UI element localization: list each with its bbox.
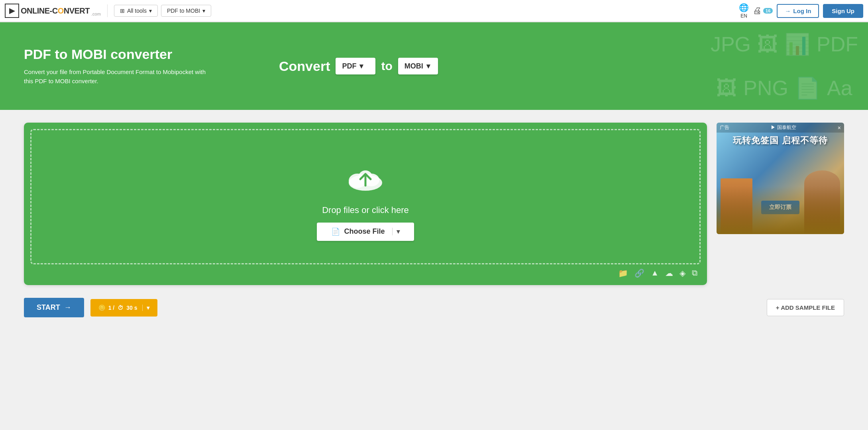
start-label: START — [37, 303, 60, 312]
nav-right: 🌐 EN 🖨 16 → Log In Sign Up — [739, 3, 863, 19]
history-icon: 🖨 — [753, 6, 762, 16]
hero-right: Convert PDF ▾ to MOBI ▾ — [279, 58, 438, 74]
hero-description: Convert your file from Portable Document… — [24, 68, 215, 86]
drop-files-text: Drop files or click here — [322, 205, 409, 215]
upload-cloud-icon — [346, 161, 385, 198]
breadcrumb-label: PDF to MOBI — [167, 8, 200, 14]
to-format-select[interactable]: MOBI ▾ — [398, 58, 438, 74]
copy-icon[interactable]: ⧉ — [692, 268, 697, 278]
chevron-down-icon: ▾ — [392, 228, 400, 235]
globe-icon: 🌐 — [739, 3, 749, 12]
ad-headline: 玩转免签国 启程不等待 — [717, 135, 844, 147]
hero-banner: PDF to MOBI converter Convert your file … — [0, 22, 868, 110]
chevron-down-icon: ▾ — [142, 305, 149, 311]
upload-source-icons: 📁 🔗 ▲ ☁ ◈ ⧉ — [30, 264, 701, 279]
page-title: PDF to MOBI converter — [24, 47, 263, 62]
ad-label: 广告 — [720, 124, 729, 131]
add-sample-label: + ADD SAMPLE FILE — [776, 304, 835, 311]
logo-text: ONLINE-CONVERT — [21, 6, 90, 16]
dropbox-icon[interactable]: ◈ — [679, 268, 685, 278]
add-sample-button[interactable]: + ADD SAMPLE FILE — [767, 299, 844, 316]
ad-image: 玩转免签国 启程不等待 立即订票 — [717, 123, 844, 234]
chevron-down-icon: ▾ — [426, 62, 430, 70]
lang-code: EN — [740, 13, 747, 19]
coin-icon: 🪙 — [98, 305, 105, 311]
signup-button[interactable]: Sign Up — [823, 4, 863, 18]
chevron-down-icon: ▾ — [149, 8, 152, 14]
from-format-value: PDF — [342, 62, 356, 70]
ad-panel-header: 广告 ▶ 国泰航空 × — [717, 123, 844, 133]
logo-com: .com — [91, 12, 101, 16]
nav-divider — [107, 4, 108, 17]
folder-icon[interactable]: 📁 — [618, 268, 628, 278]
ad-close-button[interactable]: × — [838, 125, 841, 131]
link-icon[interactable]: 🔗 — [634, 268, 644, 278]
navbar: ▶ ONLINE-CONVERT .com ⊞ All tools ▾ PDF … — [0, 0, 868, 22]
ad-arch — [717, 186, 844, 234]
breadcrumb[interactable]: PDF to MOBI ▾ — [161, 5, 211, 17]
login-icon: → — [785, 8, 791, 14]
convert-label: Convert — [279, 59, 330, 74]
history-button[interactable]: 🖨 16 — [753, 6, 773, 16]
time-label: 30 s — [126, 305, 137, 311]
choose-file-label: Choose File — [344, 227, 385, 236]
choose-file-button[interactable]: 📄 Choose File ▾ — [317, 223, 414, 241]
all-tools-label: All tools — [127, 8, 147, 14]
language-button[interactable]: 🌐 EN — [739, 3, 749, 19]
to-label: to — [381, 59, 392, 73]
from-format-select[interactable]: PDF ▾ — [336, 58, 375, 74]
chevron-down-icon: ▾ — [202, 8, 205, 14]
hero-left: PDF to MOBI converter Convert your file … — [24, 47, 263, 86]
to-format-value: MOBI — [405, 62, 423, 70]
login-button[interactable]: → Log In — [777, 4, 819, 18]
file-icon: 📄 — [331, 227, 340, 236]
logo[interactable]: ▶ ONLINE-CONVERT .com — [5, 4, 101, 18]
chevron-down-icon: ▾ — [359, 62, 363, 70]
google-photos-icon[interactable]: ☁ — [665, 268, 673, 278]
login-label: Log In — [793, 8, 811, 14]
clock-icon: ⏱ — [118, 305, 123, 311]
hero-bg-decoration: JPG🖼📊 PDF🖼PNG 📄Aa — [701, 22, 868, 110]
ad-panel: 广告 ▶ 国泰航空 × 玩转免签国 启程不等待 立即订票 — [717, 123, 844, 234]
main-content: Drop files or click here 📄 Choose File ▾… — [0, 110, 868, 298]
arrow-right-icon: → — [64, 303, 71, 312]
history-badge: 16 — [763, 8, 773, 14]
options-button[interactable]: 🪙 1 / ⏱ 30 s ▾ — [90, 299, 157, 317]
signup-label: Sign Up — [832, 8, 854, 14]
options-label: 1 / — [108, 305, 115, 311]
upload-container: Drop files or click here 📄 Choose File ▾… — [24, 123, 707, 285]
logo-box: ▶ — [5, 4, 19, 18]
google-drive-icon[interactable]: ▲ — [651, 268, 659, 278]
upload-drop-zone[interactable]: Drop files or click here 📄 Choose File ▾ — [30, 129, 701, 264]
grid-icon: ⊞ — [120, 8, 125, 14]
all-tools-button[interactable]: ⊞ All tools ▾ — [114, 5, 158, 17]
start-button[interactable]: START → — [24, 298, 84, 317]
ad-brand: ▶ 国泰航空 — [771, 124, 796, 131]
bottom-bar: START → 🪙 1 / ⏱ 30 s ▾ + ADD SAMPLE FILE — [0, 298, 868, 330]
